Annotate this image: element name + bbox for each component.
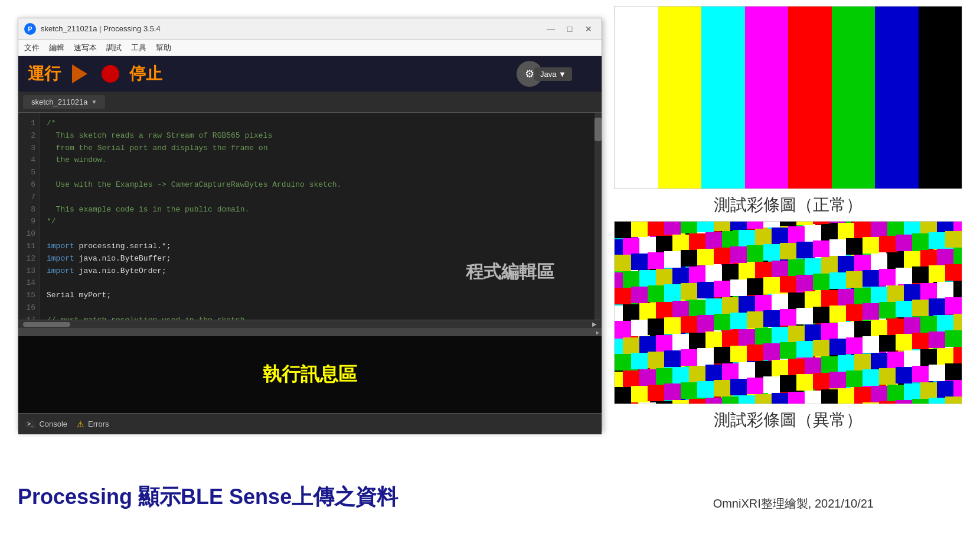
bar-white xyxy=(615,6,658,188)
stop-icon xyxy=(102,65,119,83)
bottom-tab-bar: >_ Console ⚠ Errors xyxy=(18,413,602,434)
horizontal-scrollbar[interactable]: ▶ xyxy=(18,320,602,328)
vertical-scrollbar[interactable] xyxy=(594,113,602,320)
separator-icon: ▸ xyxy=(596,329,599,336)
abnormal-label: 測試彩條圖（異常） xyxy=(614,404,962,436)
errors-tab[interactable]: ⚠ Errors xyxy=(77,420,109,429)
window-title: sketch_211021a | Processing 3.5.4 xyxy=(41,24,544,33)
errors-tab-icon: ⚠ xyxy=(77,420,84,429)
ide-window: P sketch_211021a | Processing 3.5.4 — □ … xyxy=(18,18,602,431)
errors-tab-label: Errors xyxy=(88,420,109,428)
code-editor[interactable]: /* This sketch reads a raw Stream of RGB… xyxy=(40,113,594,320)
scroll-arrow-icon: ▶ xyxy=(592,321,597,327)
settings-icon: ⚙ xyxy=(525,67,534,80)
menu-item-edit[interactable]: 編輯 xyxy=(49,43,64,53)
stop-button[interactable] xyxy=(99,62,122,86)
main-caption-text: Processing 顯示BLE Sense上傳之資料 xyxy=(18,485,398,509)
normal-label: 測試彩條圖（正常） xyxy=(614,189,962,221)
editor-area[interactable]: 12345 678910 1112131415 1617181920 /* Th… xyxy=(18,113,602,320)
stop-label: 停止 xyxy=(129,63,162,85)
java-label: Java ▼ xyxy=(540,70,566,79)
console-tab[interactable]: >_ Console xyxy=(25,420,67,428)
toolbar: 運行 停止 ⚙ Java ▼ xyxy=(18,56,602,92)
console-area: 執行訊息區 xyxy=(18,336,602,413)
window-controls: — □ ✕ xyxy=(544,22,596,36)
console-tab-label: Console xyxy=(39,420,67,428)
console-label: 執行訊息區 xyxy=(263,362,357,388)
minimize-button[interactable]: — xyxy=(544,22,558,36)
scrollbar-h-thumb xyxy=(23,322,70,327)
tab-sketch[interactable]: sketch_211021a ▼ xyxy=(23,95,105,109)
bar-cyan xyxy=(701,6,745,188)
play-button[interactable] xyxy=(68,62,92,86)
app-logo: P xyxy=(24,23,36,35)
menu-bar: 文件 編輯 速写本 調試 工具 幫助 xyxy=(18,40,602,56)
menu-item-debug[interactable]: 調試 xyxy=(106,43,122,53)
normal-color-bars xyxy=(614,6,962,189)
bar-blue xyxy=(875,6,919,188)
tab-bar: sketch_211021a ▼ xyxy=(18,92,602,113)
maximize-button[interactable]: □ xyxy=(563,22,577,36)
credit-text: OmniXRI整理繪製, 2021/10/21 xyxy=(713,496,874,512)
bar-yellow xyxy=(658,6,702,188)
bar-green xyxy=(832,6,876,188)
menu-item-help[interactable]: 幫助 xyxy=(156,43,171,53)
line-numbers: 12345 678910 1112131415 1617181920 xyxy=(18,113,40,320)
bar-magenta xyxy=(745,6,789,188)
java-badge[interactable]: Java ▼ xyxy=(534,67,572,81)
scrollbar-thumb xyxy=(594,118,602,141)
console-tab-icon: >_ xyxy=(25,420,35,428)
run-label: 運行 xyxy=(28,63,61,85)
tab-label: sketch_211021a xyxy=(31,98,87,106)
tab-dropdown-icon: ▼ xyxy=(91,99,97,105)
title-bar: P sketch_211021a | Processing 3.5.4 — □ … xyxy=(18,18,602,40)
close-button[interactable]: ✕ xyxy=(582,22,596,36)
right-panel: 測試彩條圖（正常） 測試彩條圖（異常） xyxy=(614,6,962,436)
console-separator: ▸ xyxy=(18,328,602,336)
credit-label: OmniXRI整理繪製, 2021/10/21 xyxy=(713,497,874,510)
abnormal-color-bars xyxy=(614,221,962,404)
menu-item-tools[interactable]: 工具 xyxy=(131,43,146,53)
bar-black xyxy=(919,6,962,188)
bar-red xyxy=(788,6,832,188)
play-icon xyxy=(72,64,87,83)
main-caption: Processing 顯示BLE Sense上傳之資料 xyxy=(18,483,398,512)
abnormal-canvas xyxy=(615,222,962,404)
menu-item-sketch[interactable]: 速写本 xyxy=(74,43,97,53)
menu-item-file[interactable]: 文件 xyxy=(24,43,40,53)
